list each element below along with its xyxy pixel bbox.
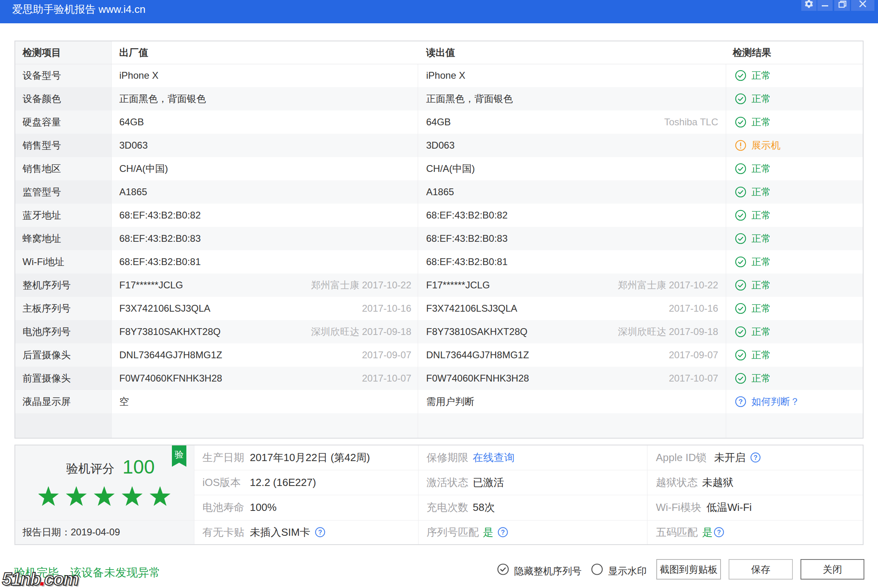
svg-text:?: ?	[501, 529, 505, 536]
svg-text:?: ?	[753, 454, 758, 461]
svg-text:?: ?	[318, 529, 322, 536]
svg-text:?: ?	[739, 398, 743, 406]
svg-text:验: 验	[175, 449, 184, 459]
svg-text:?: ?	[717, 529, 721, 536]
